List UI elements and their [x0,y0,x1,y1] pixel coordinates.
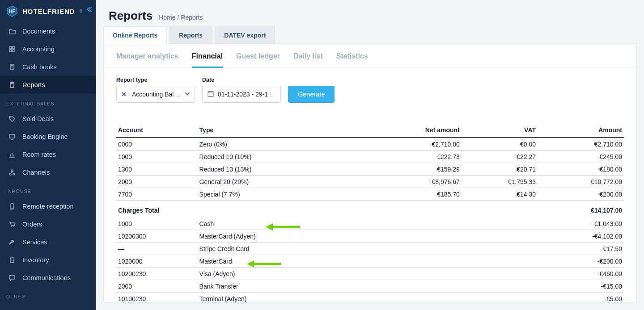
sidebar-item-communications[interactable]: Communications [0,269,96,287]
clipboard-icon [8,81,16,89]
cell-type: General 20 (20%) [198,176,370,188]
cell-type: Reduced 10 (10%) [198,151,370,163]
svg-rect-12 [9,134,15,138]
svg-point-20 [13,226,14,227]
sidebar: HF HOTELFRIEND® DocumentsAccountingCash … [0,0,96,310]
brand-name: HOTELFRIEND [22,8,75,15]
table-row: 1000Reduced 10 (10%)€222.73€22.27€245.00 [116,151,624,163]
cell-type: MasterCard (Adyen) [198,230,370,243]
sidebar-nav-external: Sold DealsBooking EngineRoom ratesChanne… [0,110,96,181]
cell-amount: €10,772.00 [538,176,624,188]
sidebar-item-label: Documents [22,28,55,35]
tabs-primary: Online ReportsReportsDATEV export [96,26,644,44]
sidebar-item-label: Booking Engine [22,133,68,140]
breadcrumb-current[interactable]: Reports [181,14,203,21]
subtab-statistics[interactable]: Statistics [336,52,368,68]
svg-rect-4 [9,50,12,52]
cell-amount: -€15.00 [538,280,624,293]
table-wrap: Account Type Net amount VAT Amount 0000Z… [104,114,636,303]
sidebar-item-reports[interactable]: Reports [0,76,96,94]
sidebar-item-label: Inventory [22,256,49,264]
cell-amount: -€17.50 [538,243,624,255]
subtab-manager-analytics[interactable]: Manager analytics [116,52,178,68]
table-row: 1300Reduced 13 (13%)€159.29€20.71€180.00 [116,163,624,176]
kiosk-icon [8,202,16,210]
monitor-icon [8,133,16,141]
sidebar-item-channels[interactable]: Channels [0,163,96,181]
col-account: Account [116,123,198,138]
sidebar-item-label: Remote reception [22,203,73,210]
sidebar-item-accounting[interactable]: Accounting [0,40,96,58]
cell-vat: €0.00 [462,138,538,151]
date-group: Date 01-11-2023 - 29-11-2 [202,77,281,103]
tabs-secondary: Manager analyticsFinancialGuest ledgerDa… [104,44,636,68]
subtab-guest-ledger[interactable]: Guest ledger [236,52,280,68]
sidebar-item-documents[interactable]: Documents [0,22,96,40]
report-card: Manager analyticsFinancialGuest ledgerDa… [103,44,637,303]
sidebar-item-label: Channels [22,169,50,176]
main: Reports Home / Reports Online ReportsRep… [96,0,644,310]
cell-type: Stripe Credit Card [198,243,370,255]
tab-online-reports[interactable]: Online Reports [103,26,167,44]
sidebar-item-booking-engine[interactable]: Booking Engine [0,128,96,146]
generate-button[interactable]: Generate [288,86,335,103]
table-row: —Stripe Credit Card-€17.50 [116,243,624,255]
table-row: 10100230Terminal (Adyen)-€5.00 [116,293,624,303]
table-row: 10200230Visa (Adyen)-€460.00 [116,268,624,280]
cell-vat: €20.71 [462,163,538,176]
col-type: Type [198,123,370,138]
table-row: 0000Zero (0%)€2,710.00€0.00€2,710.00 [116,138,624,151]
cell-account: 1020000 [116,255,198,268]
tab-reports[interactable]: Reports [169,26,212,44]
cell-type: Visa (Adyen) [198,268,370,280]
cell-net [370,293,461,303]
breadcrumb-home[interactable]: Home [159,14,175,21]
table-row: 7700Special (7.7%)€185.70€14.30€200.00 [116,188,624,201]
sidebar-item-label: Accounting [22,46,55,53]
cell-account: 10100230 [116,293,198,303]
chevron-down-icon [185,91,190,98]
date-range-value: 01-11-2023 - 29-11-2 [218,91,276,98]
tab-datev-export[interactable]: DATEV export [215,26,275,44]
cell-amount: -€200.00 [538,255,624,268]
report-type-value: Accounting Balan… [132,91,181,98]
calendar-icon [207,90,214,99]
sidebar-item-cash-books[interactable]: Cash books [0,58,96,76]
cart-icon [8,220,16,228]
cell-account: 10200300 [116,230,198,243]
subtab-financial[interactable]: Financial [192,52,223,68]
cell-amount: -€1,043.00 [538,218,624,230]
cell-net: €185.70 [370,188,461,201]
svg-rect-21 [10,258,14,263]
sidebar-item-label: Services [22,239,47,246]
report-type-label: Report type [116,77,195,83]
sidebar-item-inventory[interactable]: Inventory [0,251,96,269]
sidebar-item-services[interactable]: Services [0,233,96,251]
cell-net [370,218,461,230]
cell-vat [462,218,538,230]
sidebar-item-label: Cash books [22,63,57,71]
report-type-select[interactable]: ✕ Accounting Balan… [116,86,195,103]
payments-table: 1000Cash-€1,043.0010200300MasterCard (Ad… [116,218,624,303]
sidebar-item-orders[interactable]: Orders [0,215,96,233]
sidebar-item-remote-reception[interactable]: Remote reception [0,197,96,215]
sidebar-collapse-icon[interactable] [85,6,92,14]
date-range-picker[interactable]: 01-11-2023 - 29-11-2 [202,86,281,103]
cell-vat [462,243,538,255]
cell-net: €2,710.00 [370,138,461,151]
cell-type: Special (7.7%) [198,188,370,201]
cell-vat: €22.27 [462,151,538,163]
cell-account: 2000 [116,176,198,188]
cell-type: Bank Transfer [198,280,370,293]
clear-select-icon[interactable]: ✕ [121,91,127,98]
brand-logo-icon: HF [6,5,18,17]
sidebar-item-room-rates[interactable]: Room rates [0,146,96,163]
date-label: Date [202,77,281,83]
cell-net: €8,976.67 [370,176,461,188]
col-amount: Amount [538,123,624,138]
cell-amount: €245.00 [538,151,624,163]
svg-point-11 [10,117,11,118]
subtab-daily-list[interactable]: Daily list [293,52,323,68]
cell-vat [462,280,538,293]
sidebar-item-sold-deals[interactable]: Sold Deals [0,110,96,128]
